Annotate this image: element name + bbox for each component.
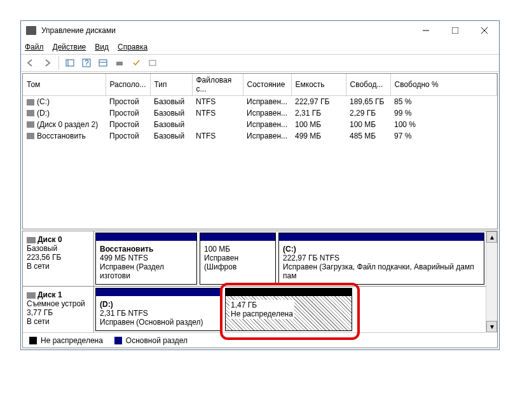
scroll-up-icon[interactable]: ▴ (486, 231, 497, 243)
drive-icon (27, 121, 34, 128)
help-icon[interactable]: ? (79, 56, 93, 70)
menu-view[interactable]: Вид (95, 43, 109, 51)
forward-button[interactable] (40, 56, 54, 70)
menu-action[interactable]: Действие (53, 43, 86, 51)
svg-rect-10 (116, 62, 123, 65)
toolbar-separator (58, 56, 59, 70)
toolbar: ? (21, 54, 499, 72)
col-free[interactable]: Свобод... (346, 74, 390, 96)
disk-icon (27, 237, 36, 243)
partition-header (96, 233, 196, 241)
back-button[interactable] (24, 56, 38, 70)
partition-unallocated[interactable]: 1,47 ГБНе распределена (225, 288, 352, 331)
partition[interactable]: Восстановить499 МБ NTFSИсправен (Раздел … (95, 233, 197, 285)
svg-rect-8 (99, 60, 107, 66)
legend-swatch-unalloc (29, 337, 37, 344)
svg-text:?: ? (85, 58, 89, 67)
disk-icon (27, 292, 36, 299)
scrollbar[interactable]: ▴ ▾ (486, 231, 497, 332)
toolbar-btn-1[interactable] (63, 56, 77, 70)
table-row[interactable]: (D:)ПростойБазовыйNTFSИсправен...2,31 ГБ… (23, 107, 497, 119)
svg-rect-11 (149, 60, 156, 65)
scroll-down-icon[interactable]: ▾ (486, 321, 497, 332)
maximize-button[interactable] (441, 21, 470, 40)
disk-row-1: Диск 1 Съемное устрой 3,77 ГБ В сети (D:… (23, 287, 486, 332)
partition[interactable]: 100 МБИсправен (Шифров (200, 233, 276, 285)
table-row[interactable]: ВосстановитьПростойБазовыйNTFSИсправен..… (23, 130, 497, 142)
partition[interactable]: (D:)2,31 ГБ NTFSИсправен (Основной разде… (95, 288, 222, 331)
table-row[interactable]: (C:)ПростойБазовыйNTFSИсправен...222,97 … (23, 96, 497, 107)
disk-management-window: Управление дисками Файл Действие Вид Спр… (20, 20, 500, 350)
partition-header (200, 233, 275, 241)
volume-table[interactable]: Том Располо... Тип Файловая с... Состоян… (22, 73, 498, 229)
disk-info[interactable]: Диск 1 Съемное устрой 3,77 ГБ В сети (23, 287, 94, 332)
toolbar-btn-3[interactable] (113, 56, 127, 70)
drive-icon (27, 133, 34, 139)
toolbar-btn-5[interactable] (146, 56, 160, 70)
disk-row-0: Диск 0 Базовый 223,56 ГБ В сети Восстано… (23, 231, 486, 287)
menu-help[interactable]: Справка (118, 43, 147, 51)
table-row[interactable]: (Диск 0 раздел 2)ПростойБазовыйИсправен.… (23, 119, 497, 130)
col-freepct[interactable]: Свободно % (390, 74, 496, 96)
disk-info[interactable]: Диск 0 Базовый 223,56 ГБ В сети (23, 231, 94, 286)
col-volume[interactable]: Том (23, 74, 106, 96)
col-fs[interactable]: Файловая с... (192, 74, 243, 96)
titlebar[interactable]: Управление дисками (21, 21, 499, 40)
col-status[interactable]: Состояние (243, 74, 291, 96)
minimize-button[interactable] (411, 21, 441, 40)
partition-header (279, 233, 484, 241)
menu-file[interactable]: Файл (25, 43, 44, 51)
legend-swatch-primary (114, 337, 122, 344)
col-type[interactable]: Тип (150, 74, 192, 96)
svg-rect-1 (452, 27, 458, 34)
svg-rect-4 (66, 60, 74, 66)
menubar: Файл Действие Вид Справка (21, 40, 499, 54)
col-capacity[interactable]: Емкость (291, 74, 346, 96)
app-icon (26, 26, 36, 35)
close-button[interactable] (470, 21, 499, 40)
drive-icon (27, 110, 34, 116)
partition-header (226, 288, 352, 296)
legend: Не распределена Основной раздел (23, 332, 486, 348)
partition-header (96, 288, 222, 296)
drive-icon (27, 99, 34, 105)
col-layout[interactable]: Располо... (106, 74, 150, 96)
window-title: Управление дисками (41, 26, 411, 35)
disk-graphical-pane: Диск 0 Базовый 223,56 ГБ В сети Восстано… (22, 231, 498, 348)
toolbar-btn-2[interactable] (96, 56, 110, 70)
partition[interactable]: (C:)222,97 ГБ NTFSИсправен (Загрузка, Фа… (278, 233, 484, 285)
toolbar-btn-4[interactable] (129, 56, 143, 70)
